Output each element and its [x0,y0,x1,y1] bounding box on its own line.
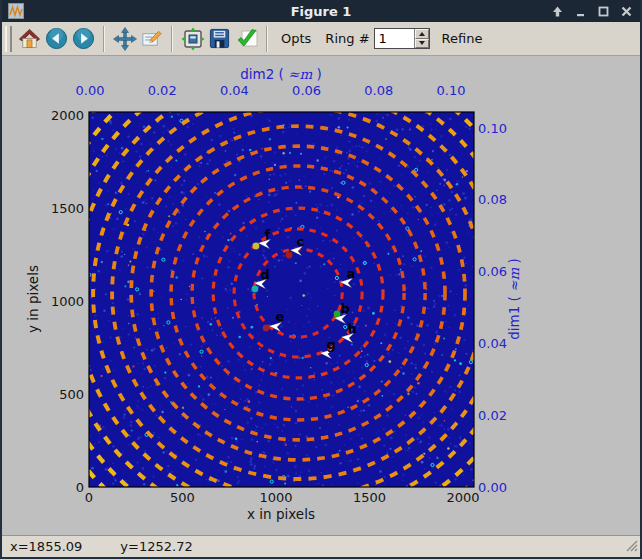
figure-canvas: abcdefgh 0500100015002000050010001500200… [2,56,640,535]
tick-label: 1500 [353,490,386,505]
edit-parameters-button[interactable] [138,25,165,53]
tick-label: 0.02 [478,408,507,423]
back-arrow-icon [45,27,68,50]
toolbar-separator [266,26,268,52]
x-axis-label: x in pixels [247,506,315,522]
control-point-label: b [341,301,350,316]
configure-subplots-button[interactable] [179,25,206,53]
toolbar-grip[interactable] [5,26,12,52]
tick-label: 500 [170,490,195,505]
plot-canvas[interactable]: abcdefgh 0500100015002000050010001500200… [2,56,640,535]
control-point-label: e [276,309,285,324]
rollup-button[interactable] [549,3,565,19]
tick-label: 0.10 [478,121,507,136]
pan-button[interactable] [111,25,138,53]
minimize-icon [574,5,587,18]
matplotlib-logo-icon [8,3,24,19]
back-button[interactable] [43,25,70,53]
triangle-up-icon [419,32,425,36]
tick-label: 0.06 [292,83,321,98]
tick-label: 0.00 [76,83,105,98]
statusbar: x=1855.09 y=1252.72 [2,535,640,557]
home-icon [18,27,41,50]
y-axis-label: y in pixels [25,265,41,333]
close-icon [620,5,633,18]
close-button[interactable] [618,3,634,19]
window-title: Figure 1 [2,4,640,19]
tick-label: 2000 [446,490,479,505]
resize-grip-icon[interactable] [625,539,638,555]
right-axis-label: dim1 ( ≈m ) [506,258,522,340]
tick-label: 1500 [51,201,84,216]
tick-label: 2000 [51,108,84,123]
figure-window: Figure 1 [0,0,642,559]
triangle-down-icon [419,41,425,45]
control-point-label: c [297,234,305,249]
control-point-label: a [347,266,356,281]
tick-label: 500 [59,387,84,402]
tick-label: 0.04 [220,83,249,98]
subplots-arrows-icon [181,27,205,51]
top-axis-label: dim2 ( ≈m ) [240,66,322,82]
spin-up-button[interactable] [415,29,429,39]
tick-label: 1000 [259,490,292,505]
forward-arrow-icon [72,27,95,50]
cursor-y-readout: y=1252.72 [120,539,192,554]
note-pencil-icon [140,27,163,50]
control-point-label: g [326,337,335,352]
tick-label: 0.10 [437,83,466,98]
control-point-label: d [260,267,269,282]
maximize-icon [597,5,610,18]
tick-label: 0.08 [478,192,507,207]
tick-label: 0.02 [148,83,177,98]
tick-label: 0.06 [478,264,507,279]
green-check-icon [235,27,259,51]
cursor-x-readout: x=1855.09 [10,539,82,554]
apply-button[interactable] [233,25,260,53]
toolbar-separator [171,26,173,52]
move-cross-icon [113,27,137,51]
tick-label: 0 [85,490,93,505]
toolbar: Opts Ring # 1 Refine [2,22,640,56]
ring-number-label: Ring # [325,31,369,46]
maximize-button[interactable] [595,3,611,19]
refine-button[interactable]: Refine [442,31,483,46]
minimize-button[interactable] [572,3,588,19]
forward-button[interactable] [70,25,97,53]
ring-number-value[interactable]: 1 [375,29,414,48]
save-button[interactable] [206,25,233,53]
tick-label: 1000 [51,294,84,309]
ring-number-spinbox[interactable]: 1 [374,28,430,49]
control-point-label: f [265,227,271,242]
titlebar[interactable]: Figure 1 [2,0,640,22]
tick-label: 0.08 [364,83,393,98]
home-button[interactable] [16,25,43,53]
toolbar-separator [103,26,105,52]
floppy-disk-icon [208,27,231,50]
tick-label: 0.04 [478,336,507,351]
arrow-up-icon [551,5,564,18]
opts-button[interactable]: Opts [281,31,311,46]
tick-label: 0.00 [478,480,507,495]
control-point-label: h [348,321,357,336]
spin-down-button[interactable] [415,39,429,49]
tick-label: 0 [76,480,84,495]
